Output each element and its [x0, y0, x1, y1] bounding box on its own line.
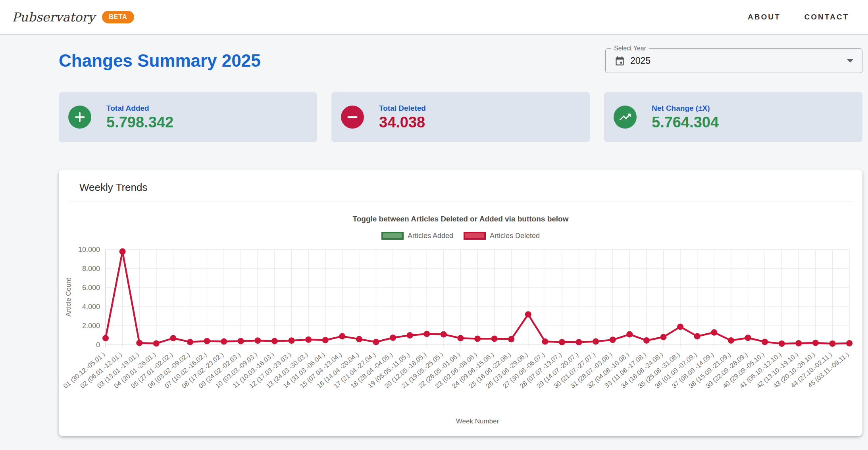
data-point[interactable] — [626, 331, 633, 338]
main-content: Changes Summary 2025 Select Year 2025 — [0, 35, 868, 436]
brand: Pubservatory BETA — [12, 10, 134, 24]
year-select-value: 2025 — [630, 56, 651, 66]
trending-up-icon — [614, 106, 637, 129]
data-point[interactable] — [423, 331, 430, 337]
chart-area: Toggle between Articles Deleted or Added… — [59, 215, 862, 427]
stat-label: Total Added — [106, 104, 173, 113]
y-tick-label: 10.000 — [78, 246, 100, 254]
data-point[interactable] — [441, 331, 447, 338]
data-point[interactable] — [593, 338, 599, 345]
stat-value: 34.038 — [379, 115, 426, 131]
data-point[interactable] — [795, 340, 802, 346]
nav-link-contact[interactable]: CONTACT — [804, 13, 849, 21]
data-point[interactable] — [846, 340, 853, 346]
minus-icon — [341, 106, 364, 129]
stat-text: Total Deleted 34.038 — [379, 104, 426, 131]
data-point[interactable] — [356, 336, 362, 342]
stat-card-total-deleted: Total Deleted 34.038 — [331, 92, 590, 142]
y-tick-label: 8.000 — [82, 265, 100, 273]
legend-toggle-articles-added[interactable]: Articles Added — [381, 232, 453, 240]
data-point[interactable] — [829, 340, 835, 347]
y-tick-label: 4.000 — [82, 303, 100, 311]
chart-title: Toggle between Articles Deleted or Added… — [59, 215, 862, 223]
legend-toggle-articles-deleted[interactable]: Articles Deleted — [464, 232, 540, 240]
data-point[interactable] — [610, 337, 616, 343]
top-navbar: Pubservatory BETA ABOUT CONTACT — [0, 0, 868, 35]
data-point[interactable] — [576, 339, 582, 345]
data-point[interactable] — [643, 337, 650, 344]
app-logo: Pubservatory — [12, 10, 95, 24]
stat-label: Net Change (±X) — [652, 104, 719, 113]
data-point[interactable] — [254, 337, 261, 344]
y-tick-label: 6.000 — [82, 284, 100, 292]
stat-value: 5.764.304 — [652, 115, 719, 131]
data-point[interactable] — [170, 335, 176, 341]
main-nav: ABOUT CONTACT — [724, 13, 849, 21]
calendar-icon — [614, 56, 625, 66]
stat-card-total-added: Total Added 5.798.342 — [59, 92, 317, 142]
weekly-trends-chart[interactable]: 02.0004.0006.0008.00010.00001 (30.12.-05… — [59, 244, 862, 427]
data-point[interactable] — [542, 338, 548, 345]
title-row: Changes Summary 2025 Select Year 2025 — [59, 48, 862, 73]
plus-icon — [68, 106, 91, 129]
data-point[interactable] — [559, 339, 565, 345]
legend-label-articles-added: Articles Added — [408, 232, 453, 240]
data-point[interactable] — [407, 332, 413, 338]
data-point[interactable] — [136, 340, 142, 346]
data-point[interactable] — [102, 335, 109, 341]
y-tick-label: 0 — [96, 341, 100, 349]
year-select-label: Select Year — [611, 44, 649, 52]
data-point[interactable] — [812, 340, 819, 346]
data-point[interactable] — [305, 337, 312, 343]
data-point[interactable] — [187, 339, 193, 345]
app-window: Pubservatory BETA ABOUT CONTACT Changes … — [0, 0, 868, 450]
data-point[interactable] — [390, 335, 396, 341]
chart-legend: Articles AddedArticles Deleted — [59, 230, 862, 242]
data-point[interactable] — [373, 339, 379, 345]
data-point[interactable] — [339, 333, 345, 339]
data-point[interactable] — [322, 337, 329, 343]
data-point[interactable] — [238, 338, 244, 344]
stats-row: Total Added 5.798.342 Total Deleted 34.0… — [59, 92, 862, 142]
data-point[interactable] — [779, 340, 785, 347]
weekly-trends-card: Weekly Trends Toggle between Articles De… — [59, 169, 862, 436]
data-point[interactable] — [204, 338, 210, 344]
data-point[interactable] — [221, 338, 227, 345]
beta-badge: BETA — [102, 11, 134, 23]
data-point[interactable] — [660, 334, 667, 340]
legend-swatch-articles-added — [381, 232, 404, 240]
y-axis-title: Article Count — [65, 278, 72, 317]
data-point[interactable] — [153, 340, 160, 346]
data-point[interactable] — [491, 335, 498, 342]
data-point[interactable] — [745, 335, 751, 341]
data-point[interactable] — [711, 329, 717, 336]
data-point[interactable] — [271, 338, 278, 344]
stat-text: Total Added 5.798.342 — [106, 104, 173, 131]
data-point[interactable] — [508, 336, 514, 342]
data-point[interactable] — [474, 335, 481, 342]
data-point[interactable] — [762, 339, 768, 345]
chevron-down-icon — [847, 59, 853, 63]
y-tick-label: 2.000 — [82, 322, 100, 330]
data-point[interactable] — [694, 333, 701, 339]
chart-card-title: Weekly Trends — [59, 169, 862, 202]
nav-link-about[interactable]: ABOUT — [748, 13, 781, 21]
stat-card-net-change: Net Change (±X) 5.764.304 — [604, 92, 862, 142]
data-point[interactable] — [457, 335, 464, 341]
legend-label-articles-deleted: Articles Deleted — [490, 232, 540, 240]
data-point[interactable] — [525, 311, 531, 317]
data-point[interactable] — [728, 337, 734, 344]
page-title: Changes Summary 2025 — [59, 51, 261, 71]
divider — [68, 202, 853, 202]
legend-swatch-articles-deleted — [464, 232, 486, 240]
stat-value: 5.798.342 — [106, 115, 173, 131]
data-point[interactable] — [289, 337, 295, 344]
data-point[interactable] — [119, 248, 126, 255]
data-point[interactable] — [677, 323, 683, 330]
stat-label: Total Deleted — [379, 104, 426, 113]
x-axis-title: Week Number — [456, 417, 499, 425]
stat-text: Net Change (±X) 5.764.304 — [652, 104, 719, 131]
year-select[interactable]: Select Year 2025 — [605, 48, 862, 73]
